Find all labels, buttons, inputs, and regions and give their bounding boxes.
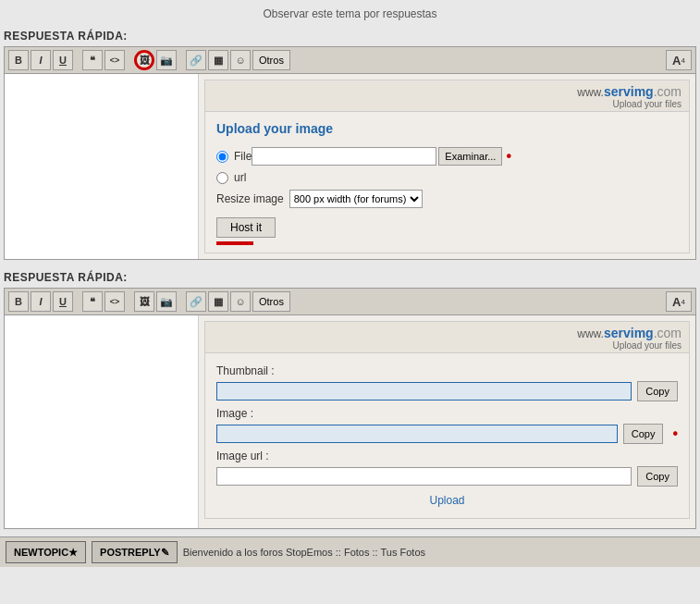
observe-link[interactable]: Observar este tema por respuestas <box>263 7 436 20</box>
newtopic-button[interactable]: NEWTOPIC★ <box>6 541 86 563</box>
toolbar-1: B I U ❝ <> 🖼 📷 🔗 ▦ ☺ Otros A4 <box>4 46 696 73</box>
bottom-bar: NEWTOPIC★ POSTREPLY✎ Bienvenido a los fo… <box>0 536 700 567</box>
italic-icon-2: I <box>39 296 42 307</box>
required-dot-1: • <box>506 148 511 165</box>
link-icon-2: 🔗 <box>190 296 203 308</box>
fontsize-2: A4 <box>666 291 692 312</box>
copy-imageurl-button[interactable]: Copy <box>637 466 678 487</box>
otros-button-1[interactable]: Otros <box>252 50 290 70</box>
postreply-label: POSTREPLY✎ <box>100 547 169 559</box>
link-icon: 🔗 <box>190 55 203 67</box>
bold-icon: B <box>15 55 22 66</box>
logo-name: servimg <box>604 84 654 99</box>
thumbnail-label: Thumbnail : <box>216 364 290 377</box>
image-input[interactable]: [url=http://www.servimg.com/image_previe… <box>216 425 618 443</box>
toolbar-2: B I U ❝ <> 🖼 📷 🔗 ▦ ☺ Otros A4 <box>4 288 696 314</box>
link-button-1[interactable]: 🔗 <box>186 50 206 70</box>
underline-icon: U <box>59 55 67 66</box>
logo-www: www. <box>577 86 604 99</box>
postreply-button[interactable]: POSTREPLY✎ <box>92 541 178 563</box>
top-bar: Observar este tema por respuestas <box>0 0 700 26</box>
servimg-header-1: www.servimg.com Upload your files <box>205 80 689 112</box>
host-button[interactable]: Host it <box>216 217 276 238</box>
host-btn-row: Host it <box>216 214 678 238</box>
imageurl-input[interactable]: http://i42.servimg.com/u/f42/12/22/04/73… <box>216 467 632 486</box>
image2-button-1[interactable]: 📷 <box>156 50 177 70</box>
result-panel: www.servimg.com Upload your files Thumbn… <box>204 321 690 519</box>
imageurl-label: Image url : <box>216 450 290 462</box>
image-icon: 🖼 <box>140 55 150 66</box>
image2-button-2[interactable]: 📷 <box>156 291 177 312</box>
fontsize-icon-2: A <box>672 295 681 309</box>
emoji-button-2[interactable]: ☺ <box>230 291 251 312</box>
resize-label: Resize image <box>216 192 284 205</box>
emoji-icon-2: ☺ <box>235 296 245 307</box>
servimg-subtitle-2: Upload your files <box>213 340 682 351</box>
editor-text-area-2[interactable] <box>5 315 199 528</box>
bold-icon-2: B <box>15 296 22 307</box>
image-button-2[interactable]: 🖼 <box>134 291 154 312</box>
copy-thumbnail-button[interactable]: Copy <box>637 381 678 401</box>
image-button-1[interactable]: 🖼 <box>134 50 154 70</box>
bold-button-1[interactable]: B <box>8 50 29 70</box>
editor-area-2: www.servimg.com Upload your files Thumbn… <box>4 314 696 529</box>
url-row: url <box>216 171 678 184</box>
section-2: RESPUESTA RÁPIDA: B I U ❝ <> 🖼 📷 🔗 ▦ ☺ O… <box>0 267 700 536</box>
required-dot-2: • <box>672 425 678 442</box>
url-label-text: url <box>234 171 246 184</box>
camera-icon-2: 📷 <box>160 296 173 308</box>
logo-name-2: servimg <box>604 326 654 340</box>
logo-com: com <box>657 84 682 99</box>
underline-icon-2: U <box>59 296 67 307</box>
section2-title: RESPUESTA RÁPIDA: <box>4 267 696 288</box>
file-row: File Examinar... • <box>216 147 678 166</box>
image-input-row: [url=http://www.servimg.com/image_previe… <box>205 424 689 448</box>
italic-button-1[interactable]: I <box>31 50 51 70</box>
table-button-1[interactable]: ▦ <box>208 50 228 70</box>
code-icon: <> <box>110 55 120 65</box>
servimg-subtitle-1: Upload your files <box>213 99 682 109</box>
emoji-icon: ☺ <box>235 55 245 66</box>
underline-button-2[interactable]: U <box>53 291 73 312</box>
breadcrumb: Bienvenido a los foros StopEmos :: Fotos… <box>183 547 425 558</box>
underline-button-1[interactable]: U <box>53 50 73 70</box>
code-icon-2: <> <box>110 297 120 306</box>
bold-button-2[interactable]: B <box>8 291 29 312</box>
browse-button[interactable]: Examinar... <box>438 147 502 166</box>
otros-button-2[interactable]: Otros <box>252 291 290 312</box>
url-radio[interactable] <box>216 172 228 184</box>
resize-select[interactable]: 800 px width (for forums) <box>289 190 423 208</box>
quote-button-2[interactable]: ❝ <box>82 291 103 312</box>
editor-text-area-1[interactable] <box>5 74 199 259</box>
fontsize-icon: A <box>672 54 681 68</box>
code-button-1[interactable]: <> <box>104 50 125 70</box>
editor-area-1: www.servimg.com Upload your files Upload… <box>4 73 696 260</box>
servimg-logo-2: www.servimg.com <box>213 326 682 340</box>
file-radio[interactable] <box>216 151 228 163</box>
logo-www-2: www. <box>577 327 604 340</box>
logo-com-2: com <box>657 326 682 340</box>
file-input[interactable] <box>252 147 436 166</box>
copy-image-button[interactable]: Copy <box>623 424 664 444</box>
servimg-logo-1: www.servimg.com <box>213 84 682 99</box>
table-button-2[interactable]: ▦ <box>208 291 228 312</box>
image-label: Image : <box>216 407 290 420</box>
imageurl-input-row: http://i42.servimg.com/u/f42/12/22/04/73… <box>205 466 689 490</box>
italic-button-2[interactable]: I <box>31 291 51 312</box>
servimg-header-2: www.servimg.com Upload your files <box>205 322 689 353</box>
upload-title-1: Upload your image <box>205 112 689 143</box>
emoji-button-1[interactable]: ☺ <box>230 50 251 70</box>
newtopic-label: NEWTOPIC★ <box>14 547 78 559</box>
editor-panel-1: www.servimg.com Upload your files Upload… <box>199 74 695 259</box>
url-label: url <box>216 171 246 184</box>
imageurl-row: Image url : <box>205 448 689 466</box>
quote-icon: ❝ <box>90 55 95 67</box>
image-row: Image : <box>205 405 689 424</box>
upload-link[interactable]: Upload <box>205 490 689 511</box>
thumbnail-input[interactable]: [url=http://www.servimg.com/image_previe… <box>216 382 632 401</box>
quote-button-1[interactable]: ❝ <box>82 50 103 70</box>
section1-title: RESPUESTA RÁPIDA: <box>4 26 696 46</box>
code-button-2[interactable]: <> <box>104 291 125 312</box>
link-button-2[interactable]: 🔗 <box>186 291 206 312</box>
quote-icon-2: ❝ <box>90 296 95 308</box>
